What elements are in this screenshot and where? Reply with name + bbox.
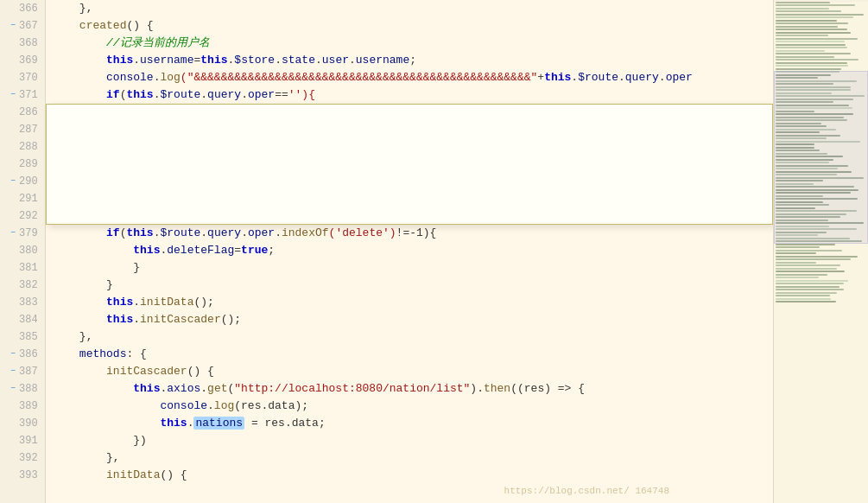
code-line: this.axios.get("http://localhost:8080/na…: [46, 380, 773, 398]
code-token: $route: [160, 88, 200, 101]
code-token: : [],: [167, 140, 214, 153]
code-token: $route: [160, 226, 200, 239]
line-number: −290: [7, 173, 38, 190]
code-token: ).: [470, 382, 484, 395]
code-token: username: [356, 54, 409, 67]
minimap-line: [776, 295, 830, 296]
code-token: : [],: [167, 105, 214, 118]
line-number: 391: [7, 432, 38, 449]
code-token: [53, 468, 106, 481]
minimap-line: [776, 264, 840, 266]
code-token: :: [193, 209, 207, 222]
code-token: +: [537, 71, 544, 84]
code-token: .: [349, 54, 356, 67]
line-number: 392: [7, 449, 38, 467]
code-token: ==: [275, 88, 288, 101]
code-line: }: [46, 259, 773, 277]
code-token: axios: [167, 382, 200, 395]
line-number: 368: [7, 35, 38, 52]
code-line: }): [46, 432, 773, 449]
code-token: ();: [221, 313, 241, 326]
code-token: [53, 417, 161, 430]
fold-icon[interactable]: −: [7, 363, 16, 380]
code-token: = res.data;: [244, 417, 326, 430]
code-token: ();: [193, 296, 213, 309]
code-token: log: [214, 399, 234, 412]
minimap-line: [776, 298, 831, 300]
code-token: : [],: [214, 123, 262, 136]
code-token: this: [200, 54, 227, 67]
code-line: if(this.$route.query.oper.indexOf('delet…: [46, 225, 773, 242]
code-token: [53, 88, 106, 101]
line-number: 382: [7, 277, 38, 294]
code-token: () {: [187, 365, 214, 378]
fold-icon[interactable]: −: [7, 17, 16, 35]
code-token: query: [625, 71, 659, 84]
code-token: [53, 261, 134, 274]
minimap-line: [776, 289, 844, 290]
code-token: [53, 347, 79, 360]
minimap-line: [776, 286, 839, 288]
minimap-line: [776, 68, 841, 70]
code-token: ,: [234, 192, 241, 205]
code-token: .: [207, 399, 214, 412]
minimap[interactable]: [773, 0, 868, 503]
minimap-viewport[interactable]: [774, 71, 868, 244]
highlighted-word: nations: [133, 156, 186, 171]
code-token: //角色默认认选中的值: [261, 123, 376, 136]
code-token: .: [659, 71, 666, 84]
code-token: [53, 296, 106, 309]
code-token: .: [241, 88, 248, 101]
minimap-line: [776, 262, 816, 264]
minimap-content: [774, 2, 868, 504]
code-token: [53, 451, 106, 464]
code-token: [53, 434, 134, 447]
code-line: },: [46, 0, 773, 17]
code-token: query: [207, 226, 241, 239]
code-token: ;: [268, 244, 275, 257]
minimap-line: [776, 22, 848, 24]
code-token: methods: [79, 347, 127, 360]
line-number: 383: [7, 294, 38, 311]
minimap-line: [776, 277, 819, 278]
line-number: −371: [7, 86, 38, 104]
code-token: state: [282, 54, 315, 67]
minimap-line: [776, 16, 853, 18]
minimap-line: [776, 244, 835, 245]
code-token: },: [106, 451, 120, 464]
code-token: [53, 19, 79, 32]
code-line: this.initCascader();: [46, 311, 773, 328]
code-token: .: [315, 54, 322, 67]
watermark: https://blog.csdn.net/ 164748: [504, 486, 669, 496]
code-line: this.initData();: [46, 294, 773, 311]
code-line: value: 'id',: [46, 190, 773, 207]
code-token: props: [133, 175, 167, 188]
code-line: this.deleteFlag=true;: [46, 242, 773, 259]
code-line: //记录当前的用户名: [46, 35, 773, 52]
code-line: created() {: [46, 17, 773, 35]
code-token: oper: [248, 88, 275, 101]
line-number: −386: [7, 346, 38, 363]
code-token: deleteFlag: [167, 244, 234, 257]
fold-icon[interactable]: −: [7, 346, 16, 363]
minimap-line: [776, 56, 834, 58]
fold-icon[interactable]: −: [7, 380, 16, 398]
fold-icon[interactable]: −: [7, 225, 16, 242]
minimap-line: [776, 292, 837, 294]
minimap-line: [776, 59, 858, 60]
fold-icon[interactable]: −: [7, 173, 16, 190]
fold-icon[interactable]: −: [7, 86, 16, 104]
code-token: }: [106, 278, 113, 291]
code-token: //显示的值: [232, 157, 291, 170]
code-token: this: [106, 313, 133, 326]
code-token: () {: [126, 19, 153, 32]
code-line: nations: [], //显示的值: [46, 156, 773, 173]
code-line: }: [46, 277, 773, 294]
minimap-line: [776, 4, 855, 6]
code-token: ,: [248, 209, 255, 222]
editor-area: 366−367 368 369 370−371 286 287 288 289−…: [0, 0, 773, 503]
code-token: initCascader: [140, 313, 221, 326]
code-token: this: [126, 226, 153, 239]
code-token: [53, 157, 134, 170]
code-line: label: 'name',: [46, 207, 773, 225]
